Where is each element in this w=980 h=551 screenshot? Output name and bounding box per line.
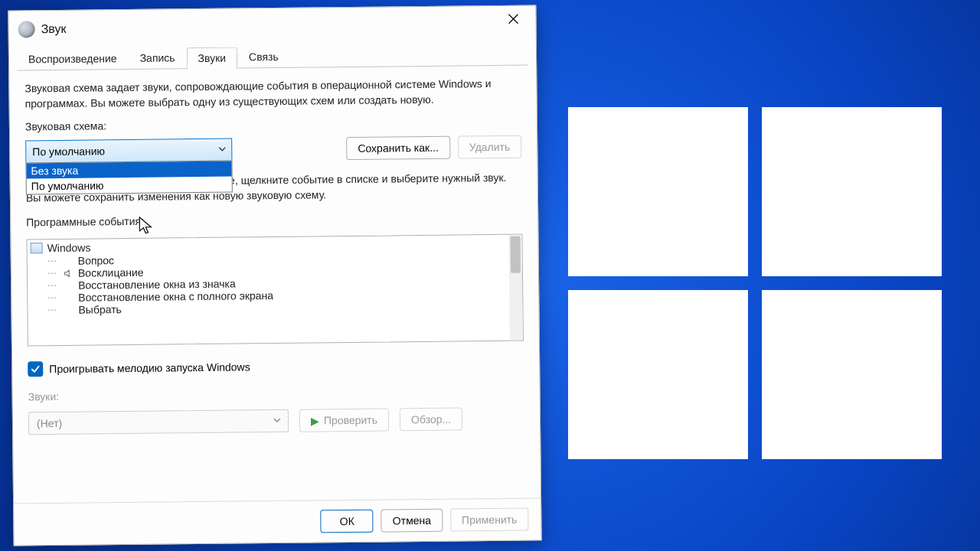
scheme-option-none[interactable]: Без звука <box>26 161 231 179</box>
play-startup-checkbox[interactable] <box>28 362 43 377</box>
chevron-down-icon <box>273 415 282 427</box>
chevron-down-icon <box>217 144 227 156</box>
ok-button[interactable]: ОК <box>321 510 374 533</box>
play-startup-label: Проигрывать мелодию запуска Windows <box>49 361 250 376</box>
tab-playback[interactable]: Воспроизведение <box>17 47 129 71</box>
windows-node-icon <box>31 243 43 254</box>
events-listbox[interactable]: Windows ⋯Вопрос ⋯Восклицание ⋯Восстановл… <box>26 234 523 347</box>
speaker-icon <box>63 268 74 279</box>
scrollbar[interactable] <box>508 235 522 341</box>
apply-button: Применить <box>450 508 529 532</box>
close-icon <box>507 13 519 25</box>
windows-logo <box>568 107 942 459</box>
save-as-button[interactable]: Сохранить как... <box>346 136 450 160</box>
tab-sounds[interactable]: Звуки <box>186 47 237 70</box>
scrollbar-thumb[interactable] <box>510 236 521 273</box>
sound-icon <box>18 21 34 37</box>
events-label: Программные события: <box>26 211 522 229</box>
titlebar: Звук <box>8 5 535 47</box>
scheme-combobox[interactable]: По умолчанию <box>25 139 232 164</box>
play-icon: ▶ <box>311 415 319 427</box>
browse-button: Обзор... <box>400 408 462 432</box>
scheme-selected: По умолчанию <box>32 145 105 158</box>
check-icon <box>30 364 41 375</box>
close-button[interactable] <box>495 6 531 31</box>
tab-connection[interactable]: Связь <box>237 46 290 69</box>
window-title: Звук <box>41 22 67 36</box>
description-text: Звуковая схема задает звуки, сопровождаю… <box>24 77 521 112</box>
delete-button: Удалить <box>458 135 522 159</box>
cancel-button[interactable]: Отмена <box>381 509 443 533</box>
sound-dialog: Звук Воспроизведение Запись Звуки Связь … <box>8 5 541 546</box>
sounds-label: Звуки: <box>28 386 524 403</box>
dialog-footer: ОК Отмена Применить <box>14 497 541 545</box>
tab-record[interactable]: Запись <box>128 47 186 70</box>
scheme-option-default[interactable]: По умолчанию <box>27 177 232 194</box>
scheme-label: Звуковая схема: <box>25 116 521 133</box>
scheme-dropdown: Без звука По умолчанию <box>25 161 232 195</box>
test-button: ▶ Проверить <box>299 409 389 432</box>
sound-combobox: (Нет) <box>28 409 289 435</box>
